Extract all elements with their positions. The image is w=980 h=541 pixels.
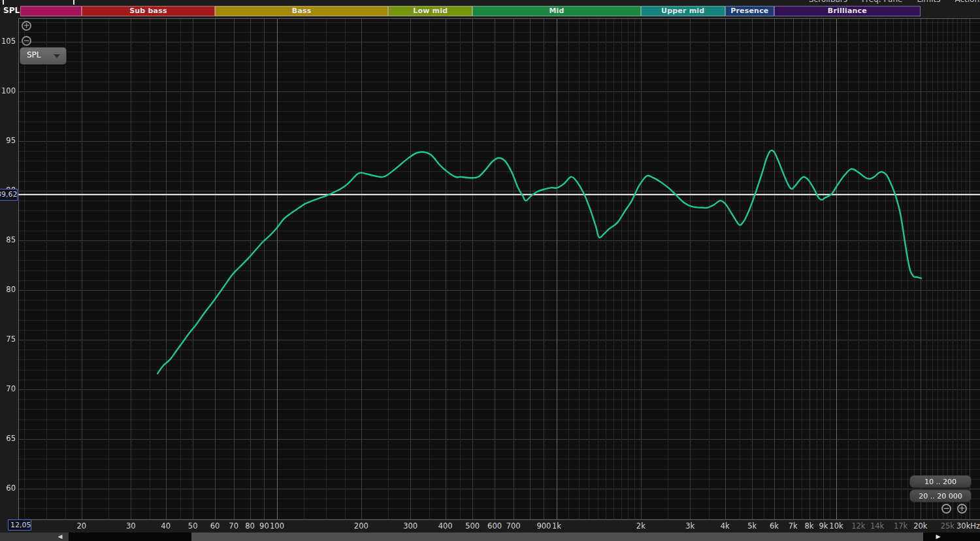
x-tick-label-40: 40 (161, 521, 171, 531)
y-tick-label-105: 105 (0, 37, 16, 46)
band-bass: Bass (215, 6, 388, 16)
scrollbar-thumb[interactable] (191, 533, 923, 541)
x-tick-label-4k: 4k (721, 521, 730, 531)
zoom-out-icon[interactable]: − (941, 504, 951, 514)
y-axis-title: SPL (3, 6, 18, 15)
band-label: Presence (730, 7, 768, 16)
x-tick-label-10k: 10k (829, 521, 843, 531)
curve-select-value: SPL (27, 50, 41, 59)
x-tick-label-9k: 9k (819, 521, 828, 531)
y-tick-label-100: 100 (0, 86, 16, 95)
menu-item-scrollbars[interactable]: Scrollbars (809, 0, 847, 4)
x-tick-label-7k: 7k (789, 521, 798, 531)
reference-level-readout[interactable]: 89,62 (0, 189, 18, 201)
band-label: Bass (292, 7, 312, 16)
x-tick-label-20k: 20k (913, 521, 927, 531)
x-tick-label-60: 60 (210, 521, 220, 531)
x-tick-label-12k: 12k (851, 521, 865, 531)
x-tick-label-20: 20 (77, 521, 87, 531)
x-tick-label-8k: 8k (805, 521, 814, 531)
x-tick-label-300: 300 (403, 521, 417, 531)
x-tick-label-70: 70 (229, 521, 238, 531)
band-label: Upper mid (661, 7, 704, 16)
x-tick-label-500: 500 (465, 521, 480, 531)
x-tick-label-600: 600 (487, 521, 502, 531)
x-tick-label-30: 30 (126, 521, 136, 531)
curve-select-dropdown[interactable]: SPL (20, 47, 67, 65)
band-low-mid: Low mid (388, 6, 472, 16)
zoom-out-icon[interactable]: − (22, 36, 31, 46)
frequency-band-strip: Sub bassBassLow midMidUpper midPresenceB… (0, 6, 980, 16)
zoom-in-icon[interactable]: + (22, 21, 31, 31)
band-presence: Presence (725, 6, 774, 16)
y-tick-label-75: 75 (0, 335, 16, 344)
x-tick-label-3k: 3k (685, 521, 694, 531)
x-tick-label-1k: 1k (552, 521, 561, 531)
x-tick-label-2k: 2k (636, 521, 645, 531)
menu-item-limits[interactable]: Limits (917, 0, 940, 4)
plot-area[interactable] (0, 0, 980, 541)
x-tick-label-90: 90 (259, 521, 269, 531)
x-tick-label-700: 700 (506, 521, 521, 531)
band-label: Brilliance (828, 7, 867, 16)
x-tick-label-50: 50 (188, 521, 198, 531)
x-tick-label-25k: 25k (941, 521, 955, 531)
band-upper-mid: Upper mid (641, 6, 725, 16)
band-mid: Mid (472, 6, 641, 16)
menu-item-actions[interactable]: Actions (955, 0, 980, 4)
band-label: Sub bass (129, 7, 167, 16)
x-tick-label-5k: 5k (747, 521, 757, 531)
cursor-frequency-readout[interactable]: 12,05 (8, 519, 31, 531)
range-preset-20-20000-button[interactable]: 20 .. 20 000 (909, 489, 972, 502)
plot-background (18, 18, 980, 520)
y-tick-label-60: 60 (0, 484, 16, 493)
band-brilliance: Brilliance (774, 6, 921, 16)
horizontal-scrollbar[interactable]: ◀ ▶ (0, 533, 980, 541)
y-tick-label-65: 65 (0, 434, 16, 443)
x-tick-label-100: 100 (270, 521, 284, 531)
menubar-remnant-tick (3, 0, 4, 5)
spl-analyzer-window: Scrollbars Freq. Pane Limits Actions Con… (0, 0, 980, 541)
scroll-right-icon[interactable]: ▶ (933, 533, 943, 541)
x-tick-label-900: 900 (536, 521, 551, 531)
x-tick-label-200: 200 (354, 521, 368, 531)
band-infra (20, 6, 82, 16)
menubar-remnant-tick (73, 0, 74, 5)
scroll-left-icon[interactable]: ◀ (55, 533, 65, 541)
x-tick-label-6k: 6k (770, 521, 779, 531)
x-tick-label-400: 400 (438, 521, 453, 531)
y-tick-label-80: 80 (0, 285, 16, 294)
menu-item-freq-pane[interactable]: Freq. Pane (862, 0, 902, 4)
menubar-clipped: Scrollbars Freq. Pane Limits Actions Con… (809, 0, 980, 4)
range-preset-10-200-button[interactable]: 10 .. 200 (909, 475, 972, 488)
band-label: Mid (549, 7, 564, 16)
zoom-in-icon[interactable]: + (957, 504, 967, 514)
x-tick-label-80: 80 (245, 521, 255, 531)
y-tick-label-95: 95 (0, 136, 16, 145)
x-tick-label-30kHz: 30kHz (956, 521, 980, 531)
band-label: Low mid (413, 7, 448, 16)
x-tick-label-14k: 14k (870, 521, 884, 531)
x-tick-label-17k: 17k (894, 521, 907, 531)
y-tick-label-85: 85 (0, 235, 16, 244)
chevron-down-icon (54, 54, 60, 58)
band-sub-bass: Sub bass (82, 6, 215, 16)
y-tick-label-70: 70 (0, 384, 16, 393)
